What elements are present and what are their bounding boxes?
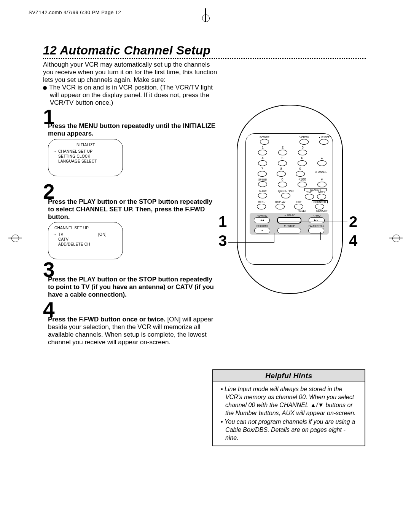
display-button[interactable] [276, 204, 285, 209]
number-label: 7 [261, 167, 263, 171]
num-3-button[interactable] [298, 150, 307, 155]
slow-button[interactable] [258, 193, 267, 198]
counter-button[interactable] [315, 204, 324, 209]
osd-title: INITIALIZE [48, 142, 123, 147]
callout-line [228, 242, 274, 243]
speed-button[interactable] [258, 181, 267, 187]
rewind-label: REWIND [257, 214, 267, 217]
record-label: RECORD [256, 225, 268, 227]
osd-value: [ON] [98, 232, 107, 237]
hint-item: • Line Input mode will always be stored … [218, 385, 359, 417]
ffwd-button[interactable]: ▶► [309, 217, 325, 223]
num-9-button[interactable] [296, 171, 305, 177]
callout-2: 2 [349, 213, 357, 230]
hint-item: • You can not program channels if you ar… [218, 418, 359, 442]
reset-label: RESET [292, 209, 312, 212]
callout-1: 1 [218, 213, 227, 230]
bullet-icon [43, 86, 47, 90]
callout-3: 3 [218, 232, 227, 249]
remote-control-illustration: POWER VCR/TV ▲ EJECT 1 2 3 4 5 6 [221, 105, 358, 292]
power-button[interactable] [260, 139, 269, 145]
counter-label: COUNTER [312, 200, 327, 203]
speed-label: SPEED [258, 178, 267, 181]
crop-mark-top [205, 8, 206, 22]
time-label: TIME [306, 191, 312, 193]
menu-button[interactable] [257, 204, 266, 209]
intro-text: Although your VCR may automatically set … [43, 61, 222, 107]
search-time-button[interactable] [305, 194, 314, 200]
crop-mark-left [8, 238, 22, 238]
osd-item: TV [58, 232, 98, 237]
quick-find-button[interactable] [281, 193, 290, 198]
number-label: 9 [299, 167, 301, 171]
helpful-hints-title: Helpful Hints [213, 370, 365, 382]
quickfind-label: QUICK- FIND [278, 190, 294, 192]
pause-button[interactable] [308, 228, 324, 233]
osd-item: LANGUAGE SELECT [58, 159, 98, 164]
menu-label: MENU [258, 201, 265, 203]
num-7-button[interactable] [258, 171, 267, 177]
channel-up-button[interactable] [317, 160, 327, 166]
print-header: SVZ142.comb 4/7/99 6:30 PM Page 12 [29, 10, 121, 15]
transport-zone: REWIND◄◀ ▲ / PLAY F.FWD▶► RECORD● ▼ / ST… [250, 213, 329, 235]
osd-title: CHANNEL SET UP [48, 225, 123, 230]
osd-item: CATV [58, 237, 98, 242]
horizontal-rule [43, 58, 366, 59]
num-8-button[interactable] [277, 171, 286, 177]
eject-button[interactable] [319, 139, 328, 145]
callout-line [320, 240, 347, 240]
plus-100-button[interactable] [298, 182, 307, 187]
callout-line [274, 233, 274, 243]
number-label: 1 [262, 145, 264, 149]
number-label: 5 [281, 156, 283, 160]
num-2-button[interactable] [278, 150, 287, 155]
remote-button-label: ▲ EJECT [318, 136, 330, 139]
remote-button-label: POWER [260, 136, 269, 139]
number-label: 8 [280, 167, 282, 171]
num-6-button[interactable] [298, 160, 307, 166]
record-button[interactable]: ● [254, 228, 270, 233]
search-index-button[interactable] [317, 194, 326, 200]
step-2-text: Press the PLAY button or the STOP button… [48, 198, 219, 221]
step-4-text: Press the F.FWD button once or twice. [O… [48, 316, 219, 346]
intro-paragraph-1: Although your VCR may automatically set … [43, 61, 217, 83]
num-0-button[interactable] [278, 182, 287, 187]
channel-label: CHANNEL [315, 171, 327, 173]
osd-screen-initialize: INITIALIZE →CHANNEL SET UP SETTING CLOCK… [48, 139, 123, 176]
number-label: 2 [282, 145, 284, 149]
number-label: 6 [301, 156, 303, 160]
pause-label: PAUSE/STILL [308, 225, 324, 227]
channel-down-icon [320, 177, 323, 181]
slow-label: SLOW [259, 190, 266, 192]
num-5-button[interactable] [278, 160, 287, 166]
osd-item: CHANNEL SET UP [58, 149, 98, 154]
num-4-button[interactable] [258, 160, 267, 166]
plus100-label: +100 [298, 177, 306, 181]
number-label: 4 [261, 156, 263, 160]
callout-line [277, 222, 347, 222]
step-3-text: Press the PLAY button or the STOP button… [48, 276, 219, 299]
remote-button-label: VCR/TV [299, 136, 309, 139]
stop-button[interactable] [277, 228, 301, 233]
ffwd-label: F.FWD [312, 214, 320, 217]
page: SVZ142.comb 4/7/99 6:30 PM Page 12 12 Au… [0, 0, 411, 532]
num-1-button[interactable] [258, 150, 267, 155]
exit-label: EXIT [296, 201, 301, 203]
stop-label: ▼ / STOP [284, 225, 295, 227]
exit-button[interactable] [294, 204, 303, 209]
number-label: 0 [281, 177, 283, 181]
channel-up-icon [320, 156, 323, 160]
play-label: ▲ / PLAY [284, 214, 295, 217]
helpful-hints-box: Helpful Hints • Line Input mode will alw… [212, 369, 365, 446]
page-title: 12 Automatic Channel Setup [43, 43, 210, 58]
index-label: INDEX [318, 191, 325, 193]
step-4-bold: Press the F.FWD button once or twice. [48, 316, 166, 323]
osd-item: ADD/DELETE CH [58, 242, 98, 247]
vcr-tv-button[interactable] [299, 139, 309, 145]
rewind-button[interactable]: ◄◀ [254, 217, 270, 223]
step-1-text: Press the MENU button repeatedly until t… [48, 122, 219, 137]
play-button[interactable] [277, 217, 301, 224]
osd-screen-channel-setup: CHANNEL SET UP →TV[ON] CATV ADD/DELETE C… [48, 222, 123, 259]
channel-down-button[interactable] [317, 182, 327, 187]
callout-line [320, 232, 321, 240]
